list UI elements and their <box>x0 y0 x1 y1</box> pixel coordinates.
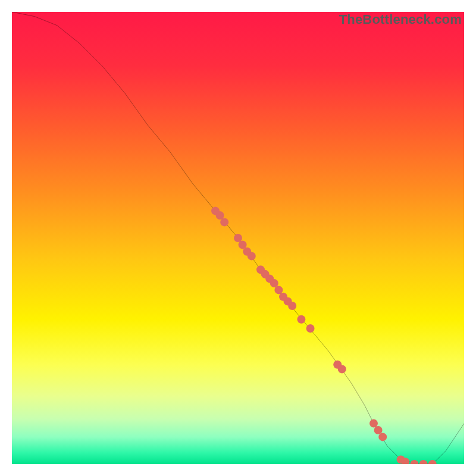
highlight-dot <box>274 286 283 294</box>
highlight-dot <box>338 365 346 373</box>
highlight-dot <box>234 234 242 242</box>
highlight-dot <box>216 211 224 220</box>
highlight-dot <box>410 460 418 464</box>
highlight-dot <box>374 426 383 434</box>
highlight-dot <box>239 240 247 249</box>
highlight-dot <box>220 218 228 226</box>
highlight-dot <box>297 315 305 324</box>
highlight-dot <box>369 419 378 428</box>
plot-area: TheBottleneck.com <box>12 12 464 464</box>
highlight-dot <box>428 460 437 464</box>
watermark-text: TheBottleneck.com <box>339 12 462 27</box>
highlight-dots <box>211 206 437 464</box>
curve-layer <box>12 12 464 464</box>
highlight-dot <box>419 460 428 464</box>
chart-stage: TheBottleneck.com <box>0 0 476 476</box>
highlight-dot <box>288 302 296 310</box>
highlight-dot <box>248 252 256 260</box>
highlight-dot <box>378 433 387 441</box>
highlight-dot <box>306 324 315 333</box>
highlight-dot <box>270 279 278 287</box>
